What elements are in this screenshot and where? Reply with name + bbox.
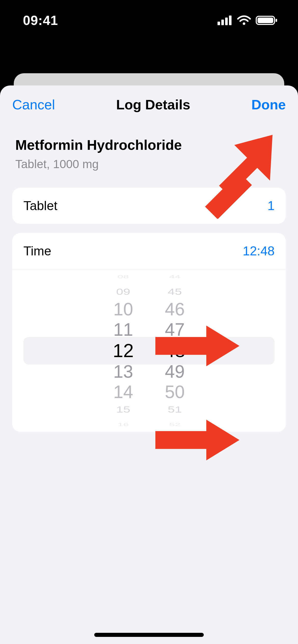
svg-rect-6 (258, 18, 273, 23)
time-label: Time (23, 244, 51, 258)
sheet-header: Cancel Log Details Done (0, 85, 298, 122)
picker-minute-item: 45 (168, 286, 182, 297)
picker-hour-item: 15 (116, 404, 130, 415)
cancel-button[interactable]: Cancel (12, 97, 55, 112)
status-icons (218, 15, 278, 25)
svg-rect-12 (155, 431, 206, 449)
svg-rect-3 (229, 16, 232, 25)
picker-hour-item: 08 (118, 274, 129, 280)
annotation-arrow-time (155, 415, 239, 465)
wifi-icon (237, 15, 251, 25)
time-row[interactable]: Time 12:48 (12, 233, 286, 269)
svg-marker-13 (206, 420, 239, 460)
time-group: Time 12:48 08 09 10 11 12 13 14 15 16 (12, 233, 286, 432)
svg-rect-0 (218, 22, 220, 25)
cellular-icon (218, 16, 232, 25)
svg-rect-2 (225, 18, 228, 25)
battery-icon (256, 15, 278, 25)
picker-hours-column[interactable]: 08 09 10 11 12 13 14 15 16 (113, 269, 134, 432)
status-bar: 09:41 (0, 0, 298, 41)
svg-rect-1 (221, 20, 224, 25)
picker-hour-selected: 12 (113, 340, 134, 361)
picker-hour-item: 09 (116, 286, 130, 297)
annotation-arrow-dose (155, 320, 239, 371)
time-value: 12:48 (243, 244, 275, 258)
picker-minute-item: 44 (169, 274, 181, 280)
picker-minute-item: 51 (168, 404, 182, 415)
svg-rect-10 (155, 337, 206, 355)
picker-minute-item: 50 (165, 382, 185, 402)
done-button[interactable]: Done (251, 97, 286, 112)
svg-point-4 (243, 22, 245, 25)
picker-minute-item: 46 (165, 299, 185, 319)
dose-label: Tablet (23, 198, 57, 213)
picker-hour-item: 16 (118, 421, 129, 427)
annotation-arrow-done (188, 135, 273, 219)
sheet-title: Log Details (116, 97, 190, 112)
picker-hour-item: 13 (113, 361, 133, 382)
svg-marker-11 (206, 326, 239, 366)
picker-hour-item: 11 (113, 319, 133, 340)
svg-rect-7 (276, 19, 277, 22)
picker-hour-item: 10 (113, 299, 133, 319)
status-time: 09:41 (23, 13, 58, 28)
time-picker[interactable]: 08 09 10 11 12 13 14 15 16 44 45 46 (12, 269, 286, 432)
home-indicator[interactable] (94, 633, 204, 637)
picker-hour-item: 14 (113, 382, 133, 402)
